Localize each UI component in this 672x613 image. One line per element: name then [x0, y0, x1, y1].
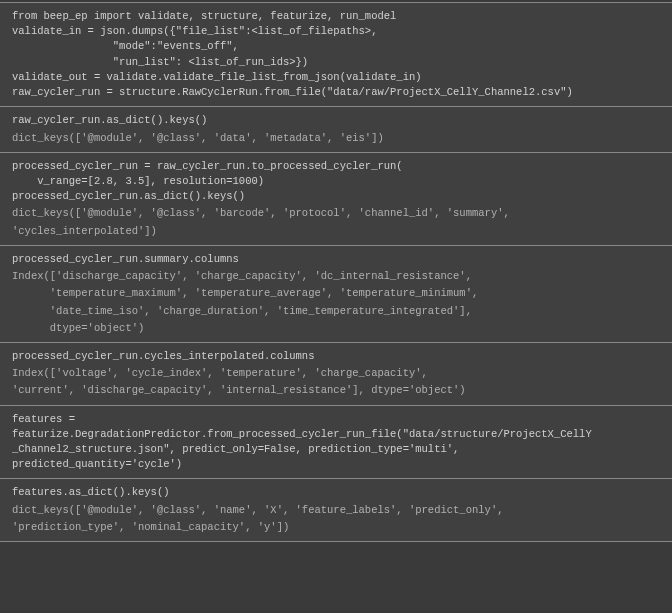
- code-line: processed_cycler_run.cycles_interpolated…: [12, 349, 660, 364]
- code-line: processed_cycler_run.as_dict().keys(): [12, 189, 660, 204]
- code-line: raw_cycler_run.as_dict().keys(): [12, 113, 660, 128]
- code-line: _Channel2_structure.json", predict_only=…: [12, 442, 660, 457]
- output-line: Index(['voltage', 'cycle_index', 'temper…: [12, 364, 660, 381]
- code-line: processed_cycler_run = raw_cycler_run.to…: [12, 159, 660, 174]
- code-cell: from beep_ep import validate, structure,…: [0, 2, 672, 107]
- code-line: validate_in = json.dumps({"file_list":<l…: [12, 24, 660, 39]
- output-line: Index(['discharge_capacity', 'charge_cap…: [12, 267, 660, 284]
- output-line: 'date_time_iso', 'charge_duration', 'tim…: [12, 302, 660, 319]
- output-line: 'prediction_type', 'nominal_capacity', '…: [12, 518, 660, 535]
- code-cell: processed_cycler_run = raw_cycler_run.to…: [0, 153, 672, 246]
- code-cell: raw_cycler_run.as_dict().keys()dict_keys…: [0, 107, 672, 152]
- code-line: features =: [12, 412, 660, 427]
- output-line: 'current', 'discharge_capacity', 'intern…: [12, 381, 660, 398]
- code-line: featurize.DegradationPredictor.from_proc…: [12, 427, 660, 442]
- code-cell: features.as_dict().keys()dict_keys(['@mo…: [0, 479, 672, 542]
- output-line: dtype='object'): [12, 319, 660, 336]
- code-line: v_range=[2.8, 3.5], resolution=1000): [12, 174, 660, 189]
- code-cell: features =featurize.DegradationPredictor…: [0, 406, 672, 480]
- code-line: from beep_ep import validate, structure,…: [12, 9, 660, 24]
- output-line: 'cycles_interpolated']): [12, 222, 660, 239]
- code-line: features.as_dict().keys(): [12, 485, 660, 500]
- output-line: 'temperature_maximum', 'temperature_aver…: [12, 284, 660, 301]
- code-line: predicted_quantity='cycle'): [12, 457, 660, 472]
- output-line: dict_keys(['@module', '@class', 'name', …: [12, 501, 660, 518]
- code-line: raw_cycler_run = structure.RawCyclerRun.…: [12, 85, 660, 100]
- code-line: "mode":"events_off",: [12, 39, 660, 54]
- code-line: processed_cycler_run.summary.columns: [12, 252, 660, 267]
- code-cell: processed_cycler_run.cycles_interpolated…: [0, 343, 672, 406]
- code-line: "run_list": <list_of_run_ids>}): [12, 55, 660, 70]
- output-line: dict_keys(['@module', '@class', 'data', …: [12, 129, 660, 146]
- code-cell: processed_cycler_run.summary.columnsInde…: [0, 246, 672, 343]
- code-line: validate_out = validate.validate_file_li…: [12, 70, 660, 85]
- output-line: dict_keys(['@module', '@class', 'barcode…: [12, 204, 660, 221]
